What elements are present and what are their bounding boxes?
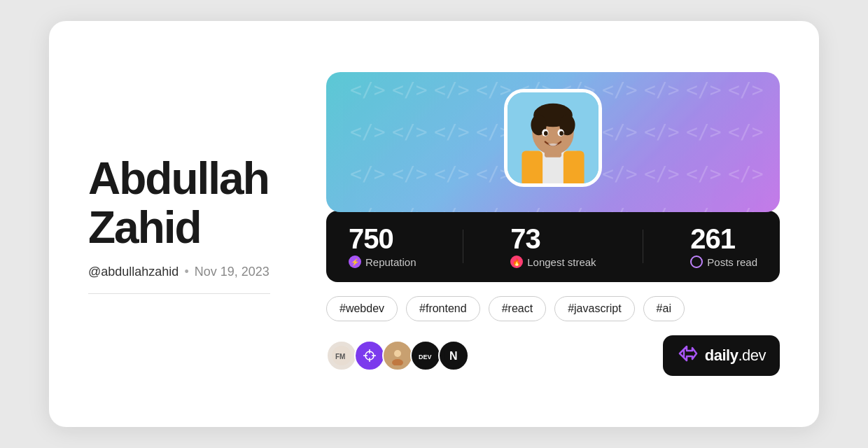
daily-dev-text: daily.dev	[705, 346, 766, 365]
user-first-name: Abdullah	[88, 153, 269, 204]
brand-name-suffix: .dev	[738, 346, 766, 364]
source-icons-list: FM	[326, 340, 466, 371]
source-icon-nextjs[interactable]: N	[438, 340, 469, 371]
tag-javascript[interactable]: #javascript	[554, 296, 634, 321]
left-section: Abdullah Zahid @abdullahzahid • Nov 19, …	[88, 154, 270, 295]
svg-point-14	[559, 131, 564, 136]
streak-icon: 🔥	[510, 255, 523, 268]
reputation-label-row: ⚡ Reputation	[349, 255, 416, 268]
avatar-image	[507, 92, 598, 183]
profile-banner: </>	[326, 72, 780, 212]
stat-streak: 73 🔥 Longest streak	[510, 225, 596, 268]
right-section: </>	[326, 72, 780, 376]
source-icon-frontends-masters[interactable]: FM	[326, 340, 357, 371]
reputation-label: Reputation	[365, 256, 416, 268]
posts-label: Posts read	[707, 256, 757, 268]
divider	[88, 293, 270, 294]
svg-point-13	[544, 131, 548, 136]
streak-value: 73	[510, 225, 540, 253]
streak-label-row: 🔥 Longest streak	[510, 255, 596, 268]
user-name: Abdullah Zahid	[88, 154, 270, 253]
join-date: Nov 19, 2023	[195, 265, 270, 279]
reputation-value: 750	[349, 225, 393, 253]
posts-label-row: Posts read	[690, 255, 757, 268]
svg-text:DEV: DEV	[419, 354, 432, 360]
svg-marker-30	[680, 346, 696, 360]
tag-react[interactable]: #react	[489, 296, 546, 321]
stat-divider-2	[643, 230, 643, 263]
reputation-icon: ⚡	[349, 255, 361, 268]
meta-separator: •	[184, 265, 188, 279]
svg-rect-5	[564, 151, 584, 183]
tag-webdev[interactable]: #webdev	[326, 296, 398, 321]
stats-bar: 750 ⚡ Reputation 73 🔥 Longest streak	[326, 211, 780, 282]
source-icon-person[interactable]	[382, 340, 413, 371]
streak-label: Longest streak	[527, 256, 596, 268]
svg-rect-4	[522, 151, 542, 183]
posts-icon	[690, 255, 703, 268]
source-icon-dev[interactable]: DEV	[410, 340, 441, 371]
stat-posts: 261 Posts read	[690, 225, 757, 268]
user-handle: @abdullahzahid	[88, 265, 178, 279]
sources-row: FM	[326, 335, 780, 376]
user-meta: @abdullahzahid • Nov 19, 2023	[88, 265, 270, 279]
avatar	[504, 89, 602, 187]
stat-reputation: 750 ⚡ Reputation	[349, 225, 416, 268]
brand-name-bold: daily	[705, 346, 738, 364]
svg-text:FM: FM	[335, 353, 345, 360]
tags-container: #webdev #frontend #react #javascript #ai	[326, 296, 780, 321]
daily-dev-logo: daily.dev	[663, 335, 780, 376]
svg-point-24	[394, 350, 401, 357]
tag-ai[interactable]: #ai	[643, 296, 685, 321]
daily-dev-icon	[677, 344, 699, 368]
stat-divider-1	[463, 230, 463, 263]
user-last-name: Zahid	[88, 202, 201, 253]
svg-rect-17	[360, 346, 379, 365]
posts-value: 261	[690, 225, 735, 253]
profile-card: Abdullah Zahid @abdullahzahid • Nov 19, …	[49, 21, 819, 427]
source-icon-crosshair[interactable]	[354, 340, 385, 371]
svg-text:N: N	[449, 350, 458, 362]
tag-frontend[interactable]: #frontend	[406, 296, 480, 321]
